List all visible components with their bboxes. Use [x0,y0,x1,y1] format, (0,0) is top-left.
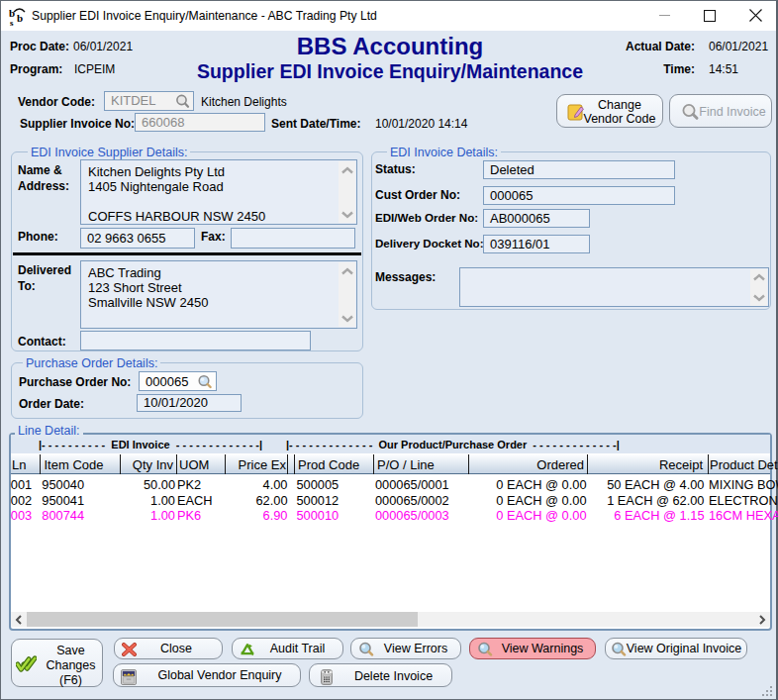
svg-text:b: b [17,12,23,24]
svg-text:s: s [10,18,14,28]
